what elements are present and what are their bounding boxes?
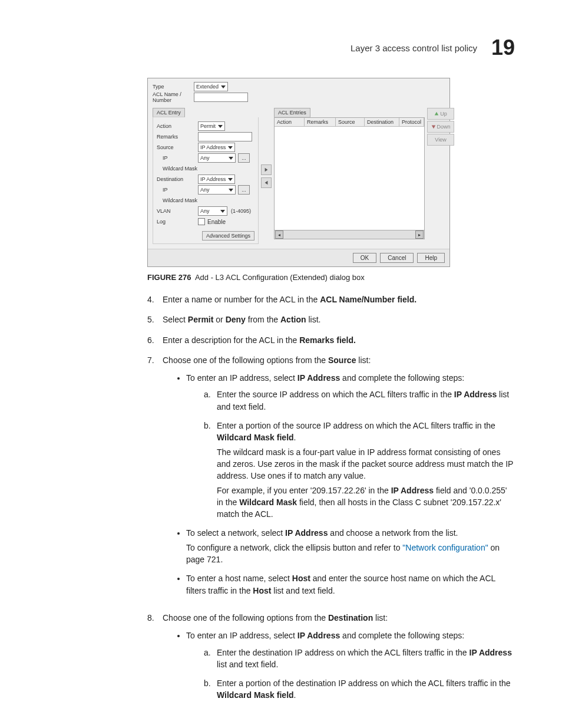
chevron-down-icon <box>228 146 233 149</box>
chevron-down-icon <box>221 85 226 88</box>
col-action: Action <box>275 118 305 126</box>
page-header: Layer 3 access control list policy 19 <box>47 35 515 60</box>
step-7-bullet-2: To select a network, select IP Address a… <box>186 527 515 565</box>
log-enable-checkbox[interactable] <box>198 218 205 225</box>
step-5: 5. Select Permit or Deny from the Action… <box>147 314 515 325</box>
vlan-hint: (1-4095) <box>231 208 251 214</box>
help-button[interactable]: Help <box>417 253 445 263</box>
up-button[interactable]: Up <box>427 108 454 120</box>
col-source: Source <box>336 118 365 126</box>
network-configuration-link[interactable]: "Network configuration" <box>402 543 488 552</box>
source-dropdown[interactable]: IP Address <box>198 143 235 152</box>
step-7-bullet-3: To enter a host name, select Host and en… <box>186 572 515 597</box>
step-8a: a. Enter the destination IP address on w… <box>204 647 515 671</box>
down-button[interactable]: Down <box>427 121 454 133</box>
figure-caption: FIGURE 276 Add - L3 ACL Configuration (E… <box>147 273 515 282</box>
chevron-down-icon <box>218 125 223 128</box>
step-8b: b. Enter a portion of the destination IP… <box>204 677 515 701</box>
col-destination: Destination <box>365 118 399 126</box>
step-8-bullet-1: To enter an IP address, select IP Addres… <box>186 630 515 701</box>
step-4: 4. Enter a name or number for the ACL in… <box>147 294 515 305</box>
chevron-down-icon <box>229 157 233 160</box>
log-enable-label: Enable <box>207 219 226 225</box>
remove-entry-button[interactable] <box>261 177 272 188</box>
type-dropdown[interactable]: Extended <box>194 82 228 91</box>
dest-ip-ellipsis-button[interactable]: ... <box>238 185 250 195</box>
scroll-left-icon[interactable]: ◂ <box>275 230 283 239</box>
chevron-down-icon <box>220 210 225 213</box>
source-label: Source <box>157 144 198 150</box>
chapter-number: 19 <box>491 35 515 60</box>
section-title: Layer 3 access control list policy <box>351 43 477 53</box>
destination-dropdown[interactable]: IP Address <box>198 174 235 184</box>
col-protocol: Protocol <box>399 118 424 126</box>
source-ip-label: IP <box>157 155 198 161</box>
action-dropdown[interactable]: Permit <box>198 121 225 131</box>
view-button[interactable]: View <box>427 134 454 146</box>
cancel-button[interactable]: Cancel <box>380 253 414 263</box>
chevron-down-icon <box>229 189 233 192</box>
step-6: 6. Enter a description for the ACL in th… <box>147 334 515 346</box>
step-7-bullet-1: To enter an IP address, select IP Addres… <box>186 372 515 520</box>
scroll-right-icon[interactable]: ▸ <box>415 230 424 239</box>
destination-label: Destination <box>157 176 198 182</box>
acl-name-input[interactable] <box>194 93 248 102</box>
chevron-down-icon <box>228 178 233 181</box>
vlan-label: VLAN <box>157 208 198 214</box>
entries-table: Action Remarks Source Destination Protoc… <box>274 117 425 239</box>
table-scrollbar[interactable]: ◂ ▸ <box>275 230 424 239</box>
step-8: 8. Choose one of the following options f… <box>147 612 515 709</box>
acl-config-dialog: Type Extended ACL Name / Number ACL Entr… <box>147 78 450 267</box>
dest-wildcard-label: Wildcard Mask <box>157 197 198 203</box>
dest-ip-label: IP <box>157 187 198 193</box>
source-wildcard-label: Wildcard Mask <box>157 166 198 172</box>
ok-button[interactable]: OK <box>353 253 376 263</box>
type-label: Type <box>153 84 194 90</box>
col-remarks: Remarks <box>305 118 336 126</box>
action-label: Action <box>157 123 198 129</box>
log-label: Log <box>157 219 198 225</box>
step-7a: a. Enter the source IP address on which … <box>204 388 515 413</box>
step-7b: b. Enter a portion of the source IP addr… <box>204 420 515 520</box>
tab-acl-entry[interactable]: ACL Entry <box>153 108 185 117</box>
vlan-dropdown[interactable]: Any <box>198 206 227 216</box>
dest-ip-dropdown[interactable]: Any <box>198 185 236 195</box>
advanced-settings-button[interactable]: Advanced Settings <box>202 231 254 241</box>
remarks-input[interactable] <box>198 132 252 141</box>
step-7: 7. Choose one of the following options f… <box>147 354 515 604</box>
source-ip-ellipsis-button[interactable]: ... <box>238 153 250 163</box>
source-ip-dropdown[interactable]: Any <box>198 153 236 163</box>
add-entry-button[interactable] <box>261 164 272 175</box>
tab-acl-entries[interactable]: ACL Entries <box>274 108 310 117</box>
remarks-label: Remarks <box>157 134 198 140</box>
acl-name-label: ACL Name / Number <box>153 91 194 103</box>
